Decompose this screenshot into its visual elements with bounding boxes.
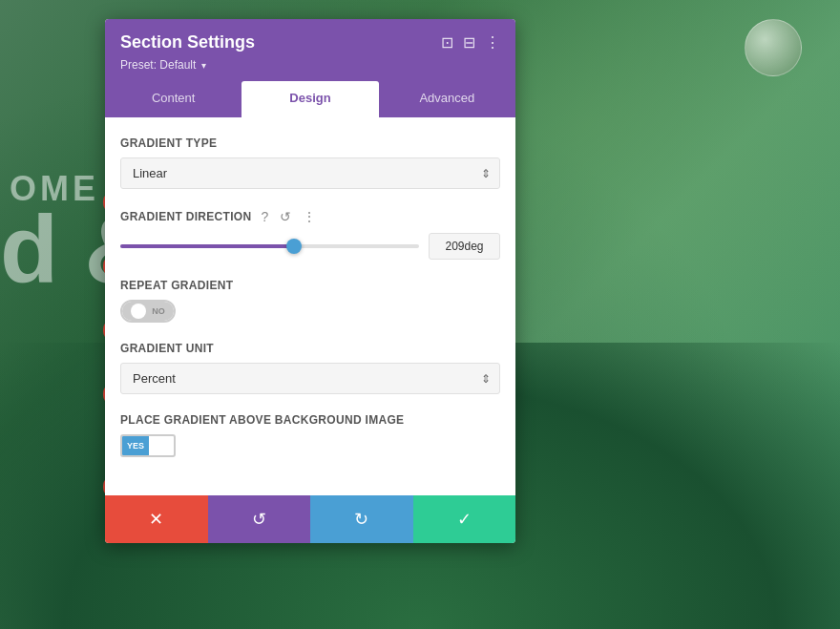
- gradient-type-field: Gradient Type Linear Radial Conic ⇕: [120, 136, 500, 189]
- preset-selector[interactable]: Preset: Default ▾: [120, 58, 500, 72]
- place-gradient-field: Place Gradient Above Background Image YE…: [120, 413, 500, 457]
- gradient-direction-field: Gradient Direction ? ↺ ⋮: [120, 208, 500, 260]
- panel-title: Section Settings: [120, 32, 255, 52]
- gradient-direction-row: Gradient Direction ? ↺ ⋮: [120, 208, 500, 225]
- gradient-type-label: Gradient Type: [120, 136, 500, 150]
- place-gradient-toggle-wrapper: YES: [120, 434, 500, 457]
- repeat-gradient-field: Repeat Gradient NO: [120, 279, 500, 323]
- gradient-direction-value[interactable]: [429, 233, 500, 260]
- undo-button[interactable]: ↺: [208, 495, 311, 543]
- gradient-direction-thumb[interactable]: [286, 239, 302, 254]
- gradient-direction-reset[interactable]: ↺: [278, 208, 293, 225]
- gradient-unit-label: Gradient Unit: [120, 342, 500, 355]
- panel-header-top: Section Settings ⊡ ⊟ ⋮: [120, 32, 500, 52]
- gradient-unit-select-wrapper: Percent Em Px ⇕: [120, 363, 500, 394]
- toggle-knob: [131, 304, 146, 319]
- repeat-gradient-toggle-wrapper: NO: [120, 300, 500, 323]
- bg-globe: [745, 19, 802, 76]
- panel-body: Gradient Type Linear Radial Conic ⇕ Grad…: [105, 117, 515, 495]
- gradient-direction-help[interactable]: ?: [259, 208, 270, 225]
- panel-header-icons: ⊡ ⊟ ⋮: [441, 33, 500, 52]
- gradient-direction-more[interactable]: ⋮: [301, 208, 318, 225]
- gradient-direction-fill: [120, 244, 294, 248]
- place-gradient-toggle[interactable]: YES: [120, 434, 176, 457]
- repeat-gradient-toggle[interactable]: NO: [120, 300, 176, 323]
- panel-tabs: Content Design Advanced: [105, 81, 515, 117]
- tab-advanced[interactable]: Advanced: [379, 81, 515, 117]
- frame-icon[interactable]: ⊡: [441, 33, 453, 52]
- redo-button[interactable]: ↻: [310, 495, 413, 543]
- gradient-direction-label: Gradient Direction: [120, 210, 251, 223]
- preset-arrow: ▾: [201, 60, 206, 71]
- save-button[interactable]: ✓: [413, 495, 516, 543]
- panel-header: Section Settings ⊡ ⊟ ⋮ Preset: Default ▾: [105, 19, 515, 81]
- gradient-unit-select[interactable]: Percent Em Px: [120, 363, 500, 394]
- section-settings-panel: Section Settings ⊡ ⊟ ⋮ Preset: Default ▾…: [105, 19, 515, 543]
- more-icon[interactable]: ⋮: [485, 33, 500, 52]
- cancel-button[interactable]: ✕: [105, 495, 208, 543]
- toggle-yes-knob: [149, 436, 168, 455]
- tab-design[interactable]: Design: [242, 81, 378, 117]
- gradient-direction-slider-row: [120, 233, 500, 260]
- toggle-no-text: NO: [152, 306, 165, 316]
- tab-content[interactable]: Content: [105, 81, 242, 117]
- gradient-direction-slider-track[interactable]: [120, 244, 419, 248]
- repeat-gradient-label: Repeat Gradient: [120, 279, 500, 292]
- gradient-type-select[interactable]: Linear Radial Conic: [120, 157, 500, 189]
- gradient-type-select-wrapper: Linear Radial Conic ⇕: [120, 157, 500, 189]
- panel-footer: ✕ ↺ ↻ ✓: [105, 495, 515, 543]
- gradient-unit-field: Gradient Unit Percent Em Px ⇕: [120, 342, 500, 394]
- toggle-no-state: NO: [122, 302, 174, 321]
- toggle-yes-text: YES: [122, 436, 149, 455]
- place-gradient-label: Place Gradient Above Background Image: [120, 413, 500, 427]
- split-icon[interactable]: ⊟: [463, 33, 475, 52]
